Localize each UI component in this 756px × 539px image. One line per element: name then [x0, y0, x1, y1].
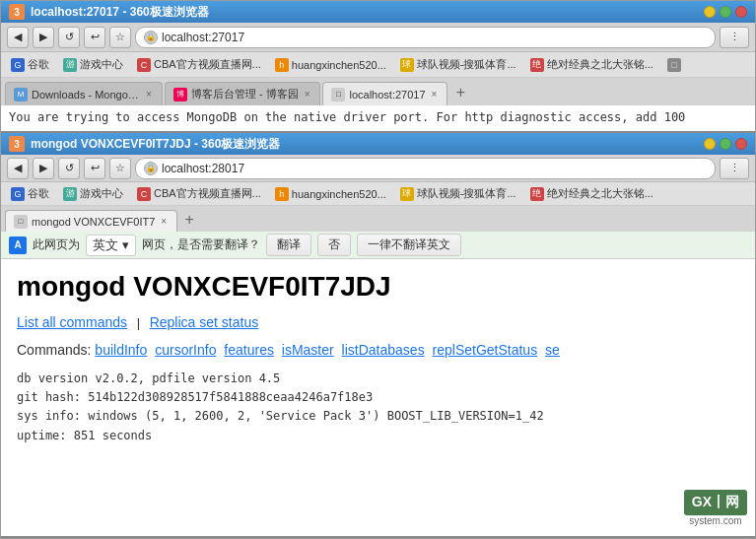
inner-refresh-button[interactable]: ↺ [58, 158, 80, 179]
tab-icon-localhost: □ [331, 88, 345, 101]
cmd-listdatabases[interactable]: listDatabases [342, 342, 425, 358]
inner-settings-button[interactable]: ⋮ [720, 158, 749, 179]
inner-bookmark-游戏中心[interactable]: 游 游戏中心 [57, 184, 129, 203]
maximize-btn[interactable] [720, 6, 731, 18]
translate-yes-button[interactable]: 翻译 [266, 234, 311, 256]
inner-title-bar: 3 mongod VONXCEVF0IT7JDJ - 360极速浏览器 [1, 133, 755, 155]
translate-prompt: 网页，是否需要翻译？ [142, 236, 260, 253]
info-line-4: uptime: 851 seconds [17, 427, 739, 445]
minimize-btn[interactable] [704, 6, 716, 18]
tab-icon-blog: 博 [173, 88, 187, 101]
translate-text-prefix: 此网页为 [33, 236, 80, 253]
inner-bookmark-icon-huangxin: h [275, 187, 289, 201]
translate-lang-select[interactable]: 英文 ▾ [86, 235, 136, 256]
settings-button[interactable]: ⋮ [720, 27, 749, 48]
inner-browser-window: 3 mongod VONXCEVF0IT7JDJ - 360极速浏览器 ◀ ▶ … [1, 131, 755, 538]
inner-tab-close-mongod[interactable]: × [159, 215, 169, 228]
inner-bookmark-谷歌[interactable]: G 谷歌 [5, 184, 55, 203]
star-button[interactable]: ☆ [109, 27, 131, 48]
inner-bookmark-icon-jueduijingdian: 绝 [530, 187, 544, 201]
back-button[interactable]: ◀ [7, 27, 29, 48]
tab-label-downloads: Downloads - MongoDB [32, 89, 140, 101]
cmd-cursorinfo[interactable]: cursorInfo [155, 342, 216, 358]
refresh-button[interactable]: ↺ [58, 27, 80, 48]
list-all-commands-link[interactable]: List all commands [17, 314, 127, 330]
bookmark-jueduijingdian[interactable]: 绝 绝对经典之北大张铭... [524, 55, 659, 74]
inner-maximize-btn[interactable] [720, 138, 731, 150]
bookmark-extra[interactable]: □ [661, 56, 687, 74]
inner-star-button[interactable]: ☆ [109, 158, 131, 179]
translate-no-button[interactable]: 否 [317, 234, 351, 256]
inner-tabs-bar: □ mongod VONXCEVF0IT7 × + [1, 206, 755, 232]
outer-address-text: localhost:27017 [162, 31, 244, 44]
outer-address-bar[interactable]: 🔒 localhost:27017 [135, 27, 716, 48]
bookmark-icon-cba: C [137, 58, 151, 72]
tab-downloads-mongodb[interactable]: M Downloads - MongoDB × [5, 82, 163, 105]
inner-bookmark-huangxin[interactable]: h huangxinchen520... [269, 185, 392, 203]
bookmark-icon-游戏中心: 游 [63, 58, 77, 72]
info-line-2: git hash: 514b122d308928517f5841888ceaa4… [17, 388, 739, 407]
cmd-buildinfo[interactable]: buildInfo [95, 342, 147, 358]
tab-label-blog: 博客后台管理 - 博客园 [191, 87, 299, 101]
outer-browser-title: localhost:27017 - 360极速浏览器 [31, 4, 698, 21]
info-section: db version v2.0.2, pdfile version 4.5 gi… [17, 370, 739, 445]
watermark: GX丨网 system.com [684, 490, 747, 526]
link-row: List all commands | Replica set status [17, 314, 739, 330]
cmd-se[interactable]: se [545, 342, 560, 358]
cmd-features[interactable]: features [224, 342, 274, 358]
inner-tab-mongod[interactable]: □ mongod VONXCEVF0IT7 × [5, 210, 177, 232]
forward-button[interactable]: ▶ [33, 27, 54, 48]
inner-bookmark-icon-qiudui: 球 [400, 187, 414, 201]
outer-browser-window: 3 localhost:27017 - 360极速浏览器 ◀ ▶ ↺ ↩ ☆ 🔒… [0, 0, 756, 539]
inner-minimize-btn[interactable] [704, 138, 716, 150]
inner-new-tab-button[interactable]: + [179, 210, 199, 230]
bookmark-icon-jueduijingdian: 绝 [530, 58, 544, 72]
outer-browser-favicon: 3 [9, 4, 25, 20]
info-line-1: db version v2.0.2, pdfile version 4.5 [17, 370, 739, 388]
bookmark-icon-huangxin: h [275, 58, 289, 72]
inner-bookmark-jueduijingdian[interactable]: 绝 绝对经典之北大张铭... [524, 184, 659, 203]
bookmark-huangxin[interactable]: h huangxinchen520... [269, 56, 392, 74]
page-title: mongod VONXCEVF0IT7JDJ [17, 271, 739, 303]
inner-address-text: localhost:28017 [162, 162, 244, 175]
close-btn[interactable] [735, 6, 747, 18]
info-message: You are trying to access MongoDB on the … [9, 109, 747, 126]
bookmark-游戏中心[interactable]: 游 游戏中心 [57, 55, 129, 74]
inner-nav-bar: ◀ ▶ ↺ ↩ ☆ 🔒 localhost:28017 ⋮ [1, 155, 755, 182]
inner-address-bar[interactable]: 🔒 localhost:28017 [135, 158, 716, 179]
bookmark-icon-qiudui: 球 [400, 58, 414, 72]
inner-bookmark-cba[interactable]: C CBA官方视频直播网... [131, 184, 267, 203]
inner-tab-icon-mongod: □ [14, 215, 28, 229]
inner-browser-favicon: 3 [9, 136, 25, 152]
watermark-box: GX丨网 [684, 490, 747, 515]
replica-set-status-link[interactable]: Replica set status [150, 314, 259, 330]
bookmark-icon-谷歌: G [11, 58, 25, 72]
inner-bookmark-icon-谷歌: G [11, 187, 25, 201]
tab-close-blog[interactable]: × [303, 88, 312, 101]
inner-bookmark-qiudui[interactable]: 球 球队视频-搜狐体育... [394, 184, 522, 203]
outer-title-bar: 3 localhost:27017 - 360极速浏览器 [1, 1, 755, 23]
inner-forward-button[interactable]: ▶ [33, 158, 54, 179]
inner-back-button[interactable]: ◀ [7, 158, 29, 179]
inner-home-button[interactable]: ↩ [84, 158, 105, 179]
bookmark-qiudui[interactable]: 球 球队视频-搜狐体育... [394, 55, 522, 74]
new-tab-button[interactable]: + [449, 82, 471, 103]
tab-blog-admin[interactable]: 博 博客后台管理 - 博客园 × [165, 82, 321, 105]
bookmark-谷歌[interactable]: G 谷歌 [5, 55, 55, 74]
tab-close-localhost[interactable]: × [430, 88, 440, 101]
cmd-ismaster[interactable]: isMaster [282, 342, 334, 358]
tab-localhost-27017[interactable]: □ localhost:27017 × [322, 82, 447, 105]
watermark-url: system.com [684, 515, 747, 526]
link-separator: | [137, 315, 140, 330]
translate-icon: A [9, 236, 27, 254]
translate-bar: A 此网页为 英文 ▾ 网页，是否需要翻译？ 翻译 否 一律不翻译英文 [1, 232, 755, 259]
commands-label: Commands: [17, 342, 91, 358]
tab-icon-downloads: M [14, 88, 28, 101]
outer-nav-bar: ◀ ▶ ↺ ↩ ☆ 🔒 localhost:27017 ⋮ [1, 23, 755, 52]
inner-close-btn[interactable] [735, 138, 747, 150]
cmd-replsetgetstatus[interactable]: replSetGetStatus [433, 342, 538, 358]
bookmark-cba[interactable]: C CBA官方视频直播网... [131, 55, 267, 74]
translate-never-button[interactable]: 一律不翻译英文 [357, 234, 461, 256]
tab-close-downloads[interactable]: × [144, 88, 154, 101]
home-button[interactable]: ↩ [84, 27, 105, 48]
